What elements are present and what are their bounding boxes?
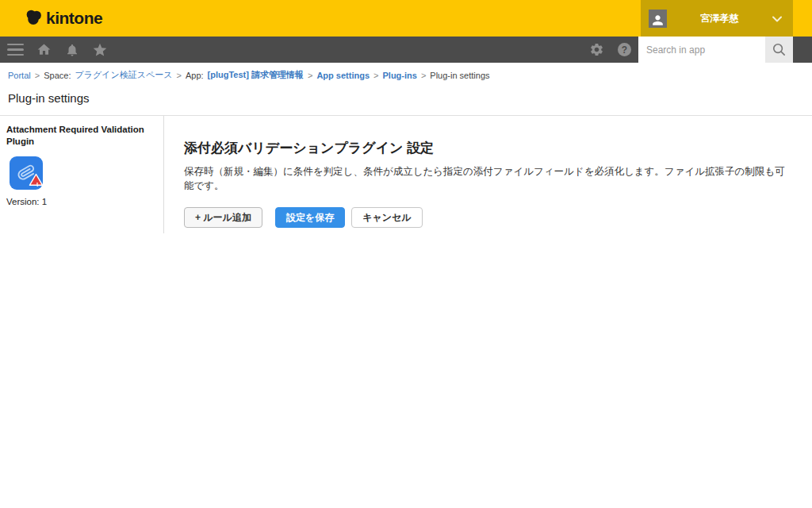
warning-glyph: ! [36,181,39,188]
plugin-sidebar: Attachment Required Validation Plugin ! … [0,116,164,233]
user-menu[interactable]: 宮澤孝慈 [641,0,793,37]
plugin-version: Version: 1 [6,197,157,206]
breadcrumb-current-page: Plug-in settings [430,71,489,80]
content-area: Attachment Required Validation Plugin ! … [0,116,812,233]
breadcrumb-label-space: Space: [44,71,71,80]
breadcrumb-separator: > [35,71,40,80]
user-name: 宮澤孝慈 [667,12,772,25]
toolbar: ? [0,37,812,63]
favorites-star-icon[interactable] [86,37,113,63]
settings-gear-icon[interactable] [583,37,611,63]
plugin-name: Attachment Required Validation Plugin [6,124,157,148]
button-row: + ルール追加 設定を保存 キャンセル [184,207,788,228]
plugin-settings-panel: 添付必須バリデーションプラグイン 設定 保存時（新規・編集）に条件を判定し、条件… [164,116,812,228]
app-header: kintone 宮澤孝慈 [0,0,812,37]
kintone-logo-icon [24,7,44,30]
breadcrumb-separator: > [421,71,426,80]
search-icon [772,42,787,57]
notifications-bell-icon[interactable] [58,37,86,63]
breadcrumb-link-plugins[interactable]: Plug-ins [382,71,416,80]
plugin-icon: ! [10,156,43,190]
hamburger-menu-icon[interactable] [0,37,30,63]
help-icon-glyph: ? [618,43,631,56]
add-rule-button[interactable]: + ルール追加 [184,207,262,228]
breadcrumb-link-space-name[interactable]: プラグイン検証スペース [75,69,172,81]
breadcrumb-label-app: App: [186,71,204,80]
person-icon [650,13,665,28]
app-search [638,37,793,63]
kintone-logo[interactable]: kintone [24,7,102,30]
help-icon[interactable]: ? [611,37,638,63]
search-input[interactable] [638,37,765,63]
breadcrumb-separator: > [373,71,378,80]
breadcrumb-link-portal[interactable]: Portal [8,71,31,80]
page-title-bar: Plug-in settings [0,86,812,116]
breadcrumb-separator: > [177,71,182,80]
kintone-logo-text: kintone [46,9,102,28]
plugin-settings-heading: 添付必須バリデーションプラグイン 設定 [184,139,788,157]
home-icon[interactable] [30,37,58,63]
breadcrumb-separator: > [308,71,312,80]
save-settings-button[interactable]: 設定を保存 [275,207,345,228]
chevron-down-icon [772,11,782,25]
breadcrumb-link-app-name[interactable]: [plugTest] 請求管理情報 [208,69,304,81]
cancel-button[interactable]: キャンセル [351,207,422,228]
breadcrumb-link-app-settings[interactable]: App settings [316,71,370,80]
breadcrumb: Portal > Space: プラグイン検証スペース > App: [plug… [0,63,812,86]
search-button[interactable] [765,37,793,63]
user-avatar [649,10,667,28]
page-title: Plug-in settings [8,91,804,105]
plugin-settings-description: 保存時（新規・編集）に条件を判定し、条件が成立したら指定の添付ファイルフィールド… [184,165,788,193]
